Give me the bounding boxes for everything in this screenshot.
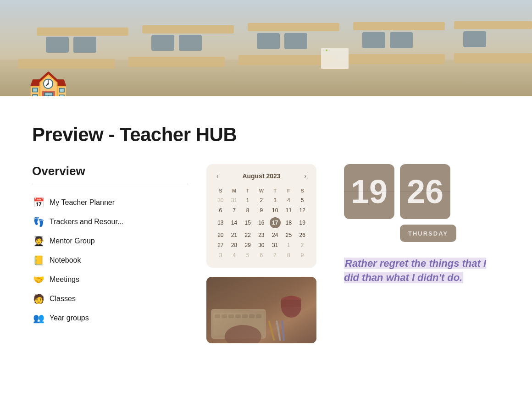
planner-icon: 📅 [32,197,45,208]
cal-cell[interactable]: 12 [295,205,309,215]
cal-cell[interactable]: 7 [227,205,241,215]
cal-week-2: 6 7 8 9 10 11 12 [214,205,309,215]
classes-label: Classes [50,295,76,303]
cal-day-thu: T [268,186,282,195]
cal-cell[interactable]: 8 [282,250,296,260]
calendar-section: ‹ August 2023 › S M T W T F S [206,164,326,343]
cal-cell[interactable]: 6 [214,205,227,215]
cal-cell[interactable]: 18 [282,215,296,230]
cal-cell[interactable]: 19 [295,215,309,230]
cal-cell[interactable]: 28 [227,240,241,250]
nav-item-planner[interactable]: 📅 My Teacher Planner [32,197,188,208]
cal-cell[interactable]: 9 [295,250,309,260]
nav-item-meetings[interactable]: 🤝 Meetings [32,274,188,285]
cal-cell[interactable]: 4 [282,195,296,205]
cal-cell[interactable]: 11 [282,205,296,215]
meetings-label: Meetings [50,275,79,284]
photo-overlay [206,277,316,343]
svg-rect-17 [128,57,225,67]
cal-cell[interactable]: 20 [214,230,227,240]
svg-rect-21 [321,48,349,69]
cal-cell[interactable]: 22 [241,230,255,240]
cal-week-1: 30 31 1 2 3 4 5 [214,195,309,205]
flip-minute-card: 26 [400,164,450,219]
quote-highlight: Rather regret the things that I did than… [344,258,486,283]
svg-rect-14 [390,32,413,48]
svg-rect-19 [349,54,445,64]
flip-minute: 26 [407,175,443,208]
cal-cell[interactable]: 8 [241,205,255,215]
cal-cell[interactable]: 5 [241,250,255,260]
cal-cell[interactable]: 4 [227,250,241,260]
cal-cell[interactable]: 25 [282,230,296,240]
cal-cell[interactable]: 15 [241,215,255,230]
cal-cell[interactable]: 1 [241,195,255,205]
notebook-label: Notebook [50,256,81,264]
yeargroups-icon: 👥 [32,313,45,324]
cal-cell[interactable]: 29 [241,240,255,250]
cal-cell[interactable]: 21 [227,230,241,240]
cal-cell[interactable]: 31 [227,195,241,205]
cal-cell[interactable]: 27 [214,240,227,250]
cal-cell[interactable]: 7 [268,250,282,260]
svg-rect-8 [73,37,96,53]
cal-week-4: 20 21 22 23 24 25 26 [214,230,309,240]
svg-rect-5 [353,22,445,30]
svg-rect-10 [179,35,202,51]
cal-cell[interactable]: 16 [255,215,268,230]
svg-rect-2 [37,28,128,36]
meetings-icon: 🤝 [32,274,45,285]
flip-day-card: THURSDAY [400,225,456,242]
nav-item-yeargroups[interactable]: 👥 Year groups [32,313,188,324]
calendar-prev-button[interactable]: ‹ [214,171,222,181]
cal-cell-today[interactable]: 17 [268,215,282,230]
cal-day-sun: S [214,186,227,195]
content-grid: Overview 📅 My Teacher Planner 👣 Trackers… [32,164,500,343]
nav-item-notebook[interactable]: 📒 Notebook [32,255,188,266]
svg-rect-22 [326,50,327,51]
svg-rect-12 [284,33,307,49]
hero-banner: 🏫 [0,0,532,96]
main-content: Preview - Teacher HUB Overview 📅 My Teac… [0,96,532,362]
overview-heading: Overview [32,164,188,178]
cal-cell[interactable]: 24 [268,230,282,240]
cal-day-sat: S [295,186,309,195]
flip-hour: 19 [351,175,388,208]
cal-cell[interactable]: 26 [295,230,309,240]
classes-icon: 🧑 [32,293,45,304]
cal-cell[interactable]: 2 [255,195,268,205]
cal-cell[interactable]: 13 [214,215,227,230]
nav-item-trackers[interactable]: 👣 Trackers and Resour... [32,216,188,227]
cal-day-tue: T [241,186,255,195]
nav-item-mentor[interactable]: 🧑‍🎓 Mentor Group [32,236,188,247]
cal-cell[interactable]: 3 [268,195,282,205]
flip-clock-container: 19 26 THURSDAY [344,164,500,242]
cal-cell[interactable]: 30 [255,240,268,250]
nav-item-classes[interactable]: 🧑 Classes [32,293,188,304]
trackers-icon: 👣 [32,216,45,227]
cal-cell[interactable]: 5 [295,195,309,205]
calendar-next-button[interactable]: › [301,171,309,181]
cal-week-6: 3 4 5 6 7 8 9 [214,250,309,260]
quote-text: Rather regret the things that I did than… [344,257,500,285]
overview-section: Overview 📅 My Teacher Planner 👣 Trackers… [32,164,188,324]
cal-cell[interactable]: 23 [255,230,268,240]
notebook-icon: 📒 [32,255,45,266]
cal-cell[interactable]: 14 [227,215,241,230]
cal-cell[interactable]: 6 [255,250,268,260]
cal-cell[interactable]: 30 [214,195,227,205]
svg-rect-3 [142,25,234,33]
svg-rect-7 [46,37,69,53]
cal-day-mon: M [227,186,241,195]
cal-cell[interactable]: 2 [295,240,309,250]
svg-rect-15 [463,31,486,47]
cal-cell[interactable]: 9 [255,205,268,215]
svg-rect-13 [362,32,385,48]
flip-hour-card: 19 [344,164,394,219]
cal-cell[interactable]: 1 [282,240,296,250]
mentor-icon: 🧑‍🎓 [32,236,45,247]
cal-day-wed: W [255,186,268,195]
cal-cell[interactable]: 3 [214,250,227,260]
cal-cell[interactable]: 31 [268,240,282,250]
cal-cell[interactable]: 10 [268,205,282,215]
